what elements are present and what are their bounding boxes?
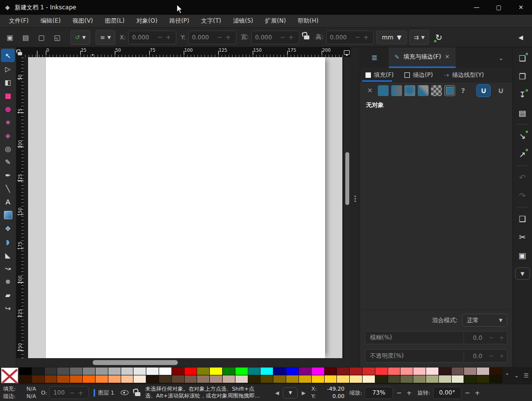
color-swatch[interactable]: [146, 375, 159, 383]
open-document-button[interactable]: ❐: [515, 69, 530, 84]
y-input[interactable]: 0.000 − +: [188, 31, 236, 44]
tab-stroke-paint[interactable]: 描边(P): [399, 68, 438, 82]
menu-text[interactable]: 文字(T): [195, 15, 227, 27]
color-swatch[interactable]: [19, 368, 32, 375]
prev-page-button[interactable]: ◀: [274, 390, 280, 396]
color-swatch[interactable]: [32, 375, 45, 383]
color-swatch[interactable]: [426, 368, 439, 375]
layers-dialog-tab[interactable]: ≣: [360, 47, 389, 68]
horizontal-ruler[interactable]: 0255075100125150175200▾: [24, 47, 343, 57]
selector-tool[interactable]: ↖: [1, 49, 15, 62]
color-swatch[interactable]: [477, 375, 490, 383]
duplicate-button[interactable]: ❑: [515, 211, 530, 226]
color-swatch[interactable]: [235, 368, 248, 375]
menu-layer[interactable]: 图层(L): [99, 15, 131, 27]
color-swatch[interactable]: [108, 375, 121, 383]
canvas-viewport[interactable]: [24, 57, 344, 358]
dock-collapse-button[interactable]: ⌄: [490, 47, 512, 68]
color-swatch[interactable]: [375, 375, 388, 383]
fill-stroke-indicator[interactable]: 填充: N/A 描边: N/A: [3, 386, 36, 399]
menu-path[interactable]: 路径(P): [164, 15, 196, 27]
color-swatch[interactable]: [439, 375, 452, 383]
fill-rule-nonzero-button[interactable]: ∪: [494, 84, 508, 97]
color-swatch[interactable]: [452, 375, 465, 383]
layer-visibility-toggle[interactable]: [121, 390, 129, 395]
color-swatch[interactable]: [375, 368, 388, 375]
horizontal-scrollbar-thumb[interactable]: [93, 360, 178, 365]
opacity-stepper-increment[interactable]: +: [76, 389, 85, 397]
x-increment[interactable]: +: [164, 33, 172, 41]
color-swatch[interactable]: [273, 375, 286, 383]
rotation-input[interactable]: 0.00°: [433, 387, 462, 399]
rectangle-tool[interactable]: ■: [1, 89, 15, 102]
color-swatch[interactable]: [464, 375, 477, 383]
flat-color-button[interactable]: [378, 85, 389, 96]
color-swatch[interactable]: [133, 368, 146, 375]
color-swatch[interactable]: [413, 368, 426, 375]
color-swatch[interactable]: [477, 368, 490, 375]
color-swatch[interactable]: [325, 375, 337, 383]
color-swatch[interactable]: [426, 375, 439, 383]
blur-slider[interactable]: 模糊(%) 0.0 − +: [365, 331, 507, 344]
color-swatch[interactable]: [299, 368, 312, 375]
color-swatch[interactable]: [185, 368, 198, 375]
rotate-ccw-button[interactable]: −: [464, 389, 471, 397]
lock-ratio-icon[interactable]: [304, 35, 309, 39]
blur-increment[interactable]: +: [497, 334, 507, 341]
color-swatch[interactable]: [312, 368, 325, 375]
layer-lock-toggle[interactable]: [135, 392, 140, 396]
color-swatch[interactable]: [273, 368, 286, 375]
box3d-tool[interactable]: ◈: [1, 129, 15, 142]
units-dropdown[interactable]: mm ▼: [376, 31, 407, 44]
color-swatch[interactable]: [235, 375, 248, 383]
color-swatch[interactable]: [261, 368, 273, 375]
palette-scroll-up-button[interactable]: ⌃: [505, 372, 509, 379]
color-swatch[interactable]: [96, 375, 108, 383]
opacity-decrement[interactable]: −: [486, 352, 497, 360]
width-input[interactable]: 0.000 − +: [251, 31, 299, 44]
y-increment[interactable]: +: [224, 33, 233, 41]
vertical-ruler[interactable]: 5075100125150175200225250: [16, 57, 24, 358]
color-swatch[interactable]: [210, 368, 223, 375]
selection-box-toggle-button[interactable]: ◱: [50, 31, 64, 44]
color-swatch[interactable]: [286, 368, 299, 375]
star-tool[interactable]: ★: [1, 115, 15, 129]
color-swatch[interactable]: [159, 375, 172, 383]
color-swatch[interactable]: [388, 375, 401, 383]
x-input[interactable]: 0.000 − +: [128, 31, 176, 44]
color-swatch[interactable]: [19, 375, 32, 383]
pen-tool[interactable]: ✒: [1, 168, 15, 182]
color-swatch[interactable]: [337, 368, 350, 375]
color-swatch[interactable]: [388, 368, 401, 375]
z-order-dropdown[interactable]: ≡ ▼: [96, 30, 115, 45]
calligraphy-tool[interactable]: ╲: [1, 182, 15, 195]
color-swatch[interactable]: [490, 375, 502, 383]
zoom-input[interactable]: 73%: [365, 387, 393, 399]
zoom-out-button[interactable]: −: [396, 389, 403, 397]
select-all-layers-button[interactable]: ▤: [19, 31, 33, 44]
more-commands-dropdown[interactable]: ▼: [515, 267, 530, 280]
palette-menu-button[interactable]: ☰: [524, 372, 529, 379]
color-swatch[interactable]: [197, 375, 210, 383]
tab-stroke-style[interactable]: ⇢描边线型(Y): [438, 68, 490, 82]
shape-builder-tool[interactable]: ◧: [1, 75, 15, 89]
color-swatch[interactable]: [172, 368, 185, 375]
tweak-tool[interactable]: ↝: [1, 262, 15, 275]
menu-file[interactable]: 文件(F): [3, 15, 34, 27]
color-swatch[interactable]: [185, 375, 198, 383]
color-swatch[interactable]: [146, 368, 159, 375]
gradient-tool[interactable]: [1, 208, 15, 222]
height-decrement[interactable]: −: [354, 33, 362, 41]
palette-scroll-down-button[interactable]: ⌄: [514, 372, 519, 379]
unknown-paint-button[interactable]: ?: [458, 85, 468, 96]
next-page-button[interactable]: ▶: [300, 390, 306, 396]
node-tool[interactable]: ▷: [1, 62, 15, 75]
mesh-gradient-tool[interactable]: ❖: [1, 222, 15, 235]
snap-bar-collapse-button[interactable]: ◀: [512, 30, 529, 45]
display-mode-button[interactable]: [343, 47, 351, 57]
color-swatch[interactable]: [439, 368, 452, 375]
opacity-increment[interactable]: +: [497, 352, 507, 360]
color-swatch[interactable]: [363, 368, 375, 375]
color-swatch[interactable]: [400, 368, 413, 375]
no-color-swatch[interactable]: [1, 368, 18, 383]
